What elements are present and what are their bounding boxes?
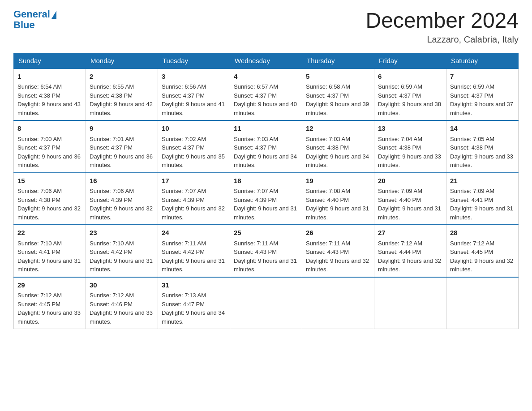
sunset-label: Sunset: 4:43 PM <box>234 248 277 255</box>
day-number: 13 <box>378 124 442 134</box>
day-number: 8 <box>17 124 82 134</box>
calendar-cell: 5Sunrise: 6:58 AMSunset: 4:37 PMDaylight… <box>302 68 374 121</box>
sunrise-label: Sunrise: 7:07 AM <box>234 188 278 194</box>
logo-general: General <box>13 9 56 20</box>
calendar-cell: 17Sunrise: 7:07 AMSunset: 4:39 PMDayligh… <box>158 173 230 225</box>
calendar-cell <box>302 277 374 329</box>
calendar-week-row: 15Sunrise: 7:06 AMSunset: 4:38 PMDayligh… <box>14 173 519 225</box>
calendar-cell: 15Sunrise: 7:06 AMSunset: 4:38 PMDayligh… <box>14 173 86 225</box>
day-number: 3 <box>162 72 226 82</box>
sunset-label: Sunset: 4:38 PM <box>378 144 421 151</box>
sunset-label: Sunset: 4:39 PM <box>162 197 205 203</box>
sunset-label: Sunset: 4:37 PM <box>162 144 205 151</box>
sunset-label: Sunset: 4:37 PM <box>378 92 421 99</box>
col-header-friday: Friday <box>374 53 446 68</box>
calendar-cell <box>446 277 519 329</box>
daylight-label: Daylight: 9 hours and 39 minutes. <box>306 101 369 116</box>
daylight-label: Daylight: 9 hours and 32 minutes. <box>90 205 153 221</box>
sunset-label: Sunset: 4:37 PM <box>450 92 493 99</box>
sunrise-label: Sunrise: 7:11 AM <box>306 240 350 247</box>
calendar-cell: 24Sunrise: 7:11 AMSunset: 4:42 PMDayligh… <box>158 225 230 277</box>
day-number: 21 <box>450 176 515 186</box>
daylight-label: Daylight: 9 hours and 31 minutes. <box>234 205 297 221</box>
calendar-cell: 21Sunrise: 7:09 AMSunset: 4:41 PMDayligh… <box>446 173 519 225</box>
calendar-cell: 13Sunrise: 7:04 AMSunset: 4:38 PMDayligh… <box>374 120 446 173</box>
daylight-label: Daylight: 9 hours and 38 minutes. <box>378 101 441 116</box>
sunset-label: Sunset: 4:37 PM <box>162 92 205 99</box>
col-header-sunday: Sunday <box>14 53 86 68</box>
sunrise-label: Sunrise: 7:00 AM <box>17 136 62 142</box>
calendar-cell: 2Sunrise: 6:55 AMSunset: 4:38 PMDaylight… <box>86 68 158 121</box>
sunrise-label: Sunrise: 7:06 AM <box>17 188 62 194</box>
day-number: 19 <box>306 176 370 186</box>
daylight-label: Daylight: 9 hours and 31 minutes. <box>162 257 225 273</box>
day-number: 30 <box>90 280 154 291</box>
daylight-label: Daylight: 9 hours and 32 minutes. <box>450 257 513 273</box>
day-number: 25 <box>234 228 298 238</box>
sunset-label: Sunset: 4:37 PM <box>306 92 349 99</box>
day-number: 7 <box>450 72 515 82</box>
sunset-label: Sunset: 4:40 PM <box>378 197 421 203</box>
calendar-week-row: 22Sunrise: 7:10 AMSunset: 4:41 PMDayligh… <box>14 225 519 277</box>
calendar-week-row: 8Sunrise: 7:00 AMSunset: 4:37 PMDaylight… <box>14 120 519 173</box>
sunset-label: Sunset: 4:37 PM <box>234 144 277 151</box>
sunrise-label: Sunrise: 7:12 AM <box>90 292 134 299</box>
sunrise-label: Sunrise: 7:04 AM <box>378 136 422 142</box>
col-header-saturday: Saturday <box>446 53 519 68</box>
daylight-label: Daylight: 9 hours and 33 minutes. <box>17 309 81 325</box>
sunset-label: Sunset: 4:47 PM <box>162 301 205 308</box>
sunset-label: Sunset: 4:46 PM <box>90 301 133 308</box>
col-header-thursday: Thursday <box>302 53 374 68</box>
day-number: 27 <box>378 228 442 238</box>
sunrise-label: Sunrise: 7:10 AM <box>17 240 62 247</box>
calendar-cell: 4Sunrise: 6:57 AMSunset: 4:37 PMDaylight… <box>230 68 302 121</box>
day-number: 17 <box>162 176 226 186</box>
day-number: 5 <box>306 72 370 82</box>
sunset-label: Sunset: 4:45 PM <box>450 248 493 255</box>
daylight-label: Daylight: 9 hours and 33 minutes. <box>90 309 153 325</box>
sunset-label: Sunset: 4:44 PM <box>378 248 421 255</box>
sunrise-label: Sunrise: 7:03 AM <box>306 136 350 142</box>
sunrise-label: Sunrise: 7:07 AM <box>162 188 206 194</box>
sunset-label: Sunset: 4:40 PM <box>306 197 349 203</box>
sunrise-label: Sunrise: 6:54 AM <box>17 83 62 90</box>
daylight-label: Daylight: 9 hours and 33 minutes. <box>450 153 513 169</box>
calendar-cell: 3Sunrise: 6:56 AMSunset: 4:37 PMDaylight… <box>158 68 230 121</box>
day-number: 4 <box>234 72 298 82</box>
day-number: 28 <box>450 228 515 238</box>
day-number: 16 <box>90 176 154 186</box>
sunrise-label: Sunrise: 7:12 AM <box>378 240 422 247</box>
day-number: 24 <box>162 228 226 238</box>
daylight-label: Daylight: 9 hours and 37 minutes. <box>450 101 513 116</box>
title-block: December 2024 Lazzaro, Calabria, Italy <box>365 9 519 45</box>
day-number: 26 <box>306 228 370 238</box>
sunset-label: Sunset: 4:37 PM <box>90 144 133 151</box>
sunrise-label: Sunrise: 7:11 AM <box>162 240 206 247</box>
day-number: 29 <box>17 280 82 291</box>
daylight-label: Daylight: 9 hours and 31 minutes. <box>378 205 441 221</box>
logo-text-block: General Blue <box>13 9 56 30</box>
sunrise-label: Sunrise: 7:09 AM <box>378 188 422 194</box>
day-number: 10 <box>162 124 226 134</box>
day-number: 22 <box>17 228 82 238</box>
daylight-label: Daylight: 9 hours and 43 minutes. <box>17 101 81 116</box>
sunrise-label: Sunrise: 6:59 AM <box>378 83 422 90</box>
daylight-label: Daylight: 9 hours and 32 minutes. <box>306 257 369 273</box>
logo-blue: Blue <box>13 20 56 30</box>
calendar-cell <box>374 277 446 329</box>
page-header: General Blue December 2024 Lazzaro, Cala… <box>13 9 519 45</box>
calendar-cell: 26Sunrise: 7:11 AMSunset: 4:43 PMDayligh… <box>302 225 374 277</box>
calendar-cell: 12Sunrise: 7:03 AMSunset: 4:38 PMDayligh… <box>302 120 374 173</box>
day-number: 20 <box>378 176 442 186</box>
sunset-label: Sunset: 4:38 PM <box>17 197 60 203</box>
calendar-table: SundayMondayTuesdayWednesdayThursdayFrid… <box>13 53 519 330</box>
sunrise-label: Sunrise: 7:01 AM <box>90 136 134 142</box>
logo: General Blue <box>13 9 56 30</box>
daylight-label: Daylight: 9 hours and 35 minutes. <box>162 153 225 169</box>
sunset-label: Sunset: 4:42 PM <box>90 248 133 255</box>
calendar-cell: 22Sunrise: 7:10 AMSunset: 4:41 PMDayligh… <box>14 225 86 277</box>
logo-triangle <box>51 11 56 19</box>
calendar-cell: 16Sunrise: 7:06 AMSunset: 4:39 PMDayligh… <box>86 173 158 225</box>
calendar-header-row: SundayMondayTuesdayWednesdayThursdayFrid… <box>14 53 519 68</box>
calendar-cell: 14Sunrise: 7:05 AMSunset: 4:38 PMDayligh… <box>446 120 519 173</box>
